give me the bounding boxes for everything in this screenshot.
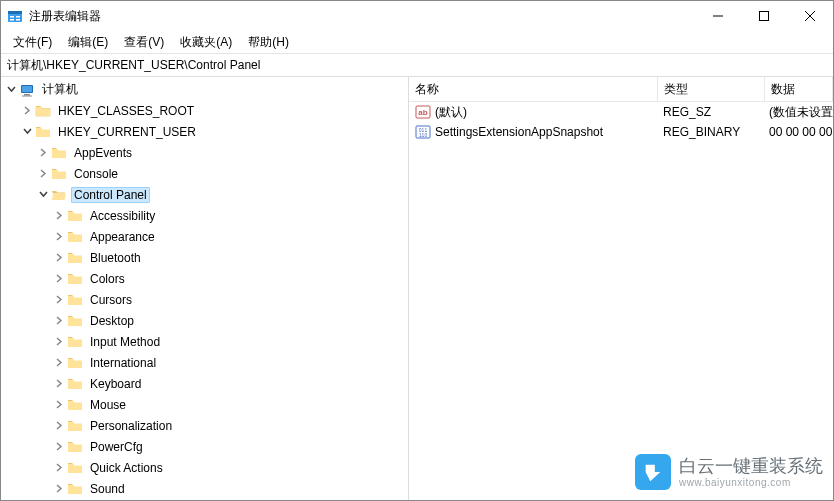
value-row[interactable]: ab(默认)REG_SZ(数值未设置): [409, 102, 833, 122]
menu-favorites[interactable]: 收藏夹(A): [172, 32, 240, 53]
tree-item[interactable]: Sound: [87, 481, 128, 497]
tree-item[interactable]: Cursors: [87, 292, 135, 308]
window-title: 注册表编辑器: [29, 8, 101, 25]
tree-item[interactable]: PowerCfg: [87, 439, 146, 455]
chevron-right-icon[interactable]: [51, 358, 67, 367]
minimize-icon: [713, 11, 723, 21]
value-type: REG_BINARY: [657, 125, 763, 139]
tree-item[interactable]: Personalization: [87, 418, 175, 434]
folder-icon: [67, 334, 83, 350]
chevron-right-icon[interactable]: [19, 106, 35, 115]
tree-item-appevents[interactable]: AppEvents: [71, 145, 135, 161]
value-data: 00 00 00 00 00 00 00 00: [763, 125, 833, 139]
folder-icon: [51, 166, 67, 182]
folder-icon: [67, 292, 83, 308]
chevron-right-icon[interactable]: [51, 232, 67, 241]
close-button[interactable]: [787, 1, 833, 31]
tree-pane[interactable]: 计算机 HKEY_CLASSES_ROOT: [1, 77, 409, 500]
folder-icon: [67, 271, 83, 287]
body: 计算机 HKEY_CLASSES_ROOT: [1, 77, 833, 500]
tree-item-hkcu[interactable]: HKEY_CURRENT_USER: [55, 124, 199, 140]
chevron-right-icon[interactable]: [51, 253, 67, 262]
folder-icon: [67, 313, 83, 329]
chevron-right-icon[interactable]: [51, 421, 67, 430]
tree-item[interactable]: Input Method: [87, 334, 163, 350]
value-row[interactable]: 011110SettingsExtensionAppSnapshotREG_BI…: [409, 122, 833, 142]
app-window: 注册表编辑器 文件(F) 编辑(E) 查看(V) 收藏夹(A) 帮助(H) 计算…: [0, 0, 834, 501]
maximize-button[interactable]: [741, 1, 787, 31]
tree-item[interactable]: Quick Actions: [87, 460, 166, 476]
computer-icon: [19, 82, 35, 98]
menu-edit[interactable]: 编辑(E): [60, 32, 116, 53]
svg-rect-1: [8, 11, 22, 14]
tree-item-console[interactable]: Console: [71, 166, 121, 182]
menu-bar: 文件(F) 编辑(E) 查看(V) 收藏夹(A) 帮助(H): [1, 31, 833, 54]
tree-item[interactable]: Mouse: [87, 397, 129, 413]
svg-text:ab: ab: [418, 108, 427, 117]
svg-rect-4: [16, 16, 20, 18]
chevron-right-icon[interactable]: [51, 295, 67, 304]
svg-rect-13: [22, 95, 32, 96]
chevron-right-icon[interactable]: [35, 169, 51, 178]
chevron-right-icon[interactable]: [51, 463, 67, 472]
address-text: 计算机\HKEY_CURRENT_USER\Control Panel: [7, 57, 260, 74]
tree-item[interactable]: Colors: [87, 271, 128, 287]
folder-icon: [67, 208, 83, 224]
tree-item[interactable]: Accessibility: [87, 208, 158, 224]
col-data[interactable]: 数据: [765, 77, 833, 101]
menu-file[interactable]: 文件(F): [5, 32, 60, 53]
string-value-icon: ab: [415, 104, 431, 120]
chevron-right-icon[interactable]: [51, 274, 67, 283]
maximize-icon: [759, 11, 769, 21]
folder-icon: [67, 397, 83, 413]
minimize-button[interactable]: [695, 1, 741, 31]
tree-item-controlpanel[interactable]: Control Panel: [71, 187, 150, 203]
menu-view[interactable]: 查看(V): [116, 32, 172, 53]
chevron-right-icon[interactable]: [51, 400, 67, 409]
regedit-app-icon: [7, 8, 23, 24]
chevron-right-icon[interactable]: [35, 148, 51, 157]
menu-help[interactable]: 帮助(H): [240, 32, 297, 53]
tree-item[interactable]: Desktop: [87, 313, 137, 329]
svg-rect-12: [24, 94, 30, 96]
chevron-down-icon[interactable]: [19, 127, 35, 136]
folder-icon: [67, 418, 83, 434]
tree-root[interactable]: 计算机: [39, 80, 81, 99]
tree-item[interactable]: International: [87, 355, 159, 371]
folder-icon: [67, 229, 83, 245]
value-data: (数值未设置): [763, 104, 833, 121]
svg-rect-5: [16, 19, 20, 21]
folder-icon: [35, 124, 51, 140]
close-icon: [805, 11, 815, 21]
folder-icon: [67, 460, 83, 476]
col-type[interactable]: 类型: [658, 77, 765, 101]
folder-icon: [67, 481, 83, 497]
value-name: (默认): [435, 104, 467, 121]
svg-rect-7: [760, 12, 769, 21]
folder-icon: [51, 145, 67, 161]
tree-item[interactable]: Keyboard: [87, 376, 144, 392]
chevron-right-icon[interactable]: [51, 211, 67, 220]
address-bar[interactable]: 计算机\HKEY_CURRENT_USER\Control Panel: [1, 54, 833, 77]
tree-item[interactable]: Bluetooth: [87, 250, 144, 266]
tree-item-hkcr[interactable]: HKEY_CLASSES_ROOT: [55, 103, 197, 119]
folder-icon: [67, 376, 83, 392]
values-pane[interactable]: 名称 类型 数据 ab(默认)REG_SZ(数值未设置)011110Settin…: [409, 77, 833, 500]
chevron-right-icon[interactable]: [51, 337, 67, 346]
chevron-down-icon[interactable]: [3, 85, 19, 94]
folder-icon: [35, 103, 51, 119]
svg-rect-2: [10, 16, 14, 18]
list-header: 名称 类型 数据: [409, 77, 833, 102]
chevron-right-icon[interactable]: [51, 379, 67, 388]
title-bar: 注册表编辑器: [1, 1, 833, 31]
chevron-down-icon[interactable]: [35, 190, 51, 199]
tree-item[interactable]: Appearance: [87, 229, 158, 245]
col-name[interactable]: 名称: [409, 77, 658, 101]
svg-rect-3: [10, 19, 14, 21]
chevron-right-icon[interactable]: [51, 316, 67, 325]
svg-text:110: 110: [419, 132, 428, 138]
binary-value-icon: 011110: [415, 124, 431, 140]
chevron-right-icon[interactable]: [51, 484, 67, 493]
value-type: REG_SZ: [657, 105, 763, 119]
chevron-right-icon[interactable]: [51, 442, 67, 451]
